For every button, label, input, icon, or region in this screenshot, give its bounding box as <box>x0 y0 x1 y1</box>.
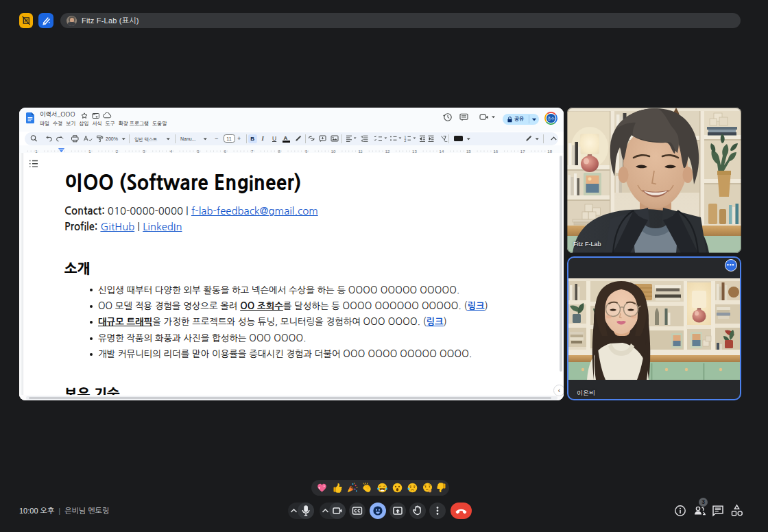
svg-text:중수: 중수 <box>547 117 554 121</box>
svg-text:2: 2 <box>405 138 407 142</box>
